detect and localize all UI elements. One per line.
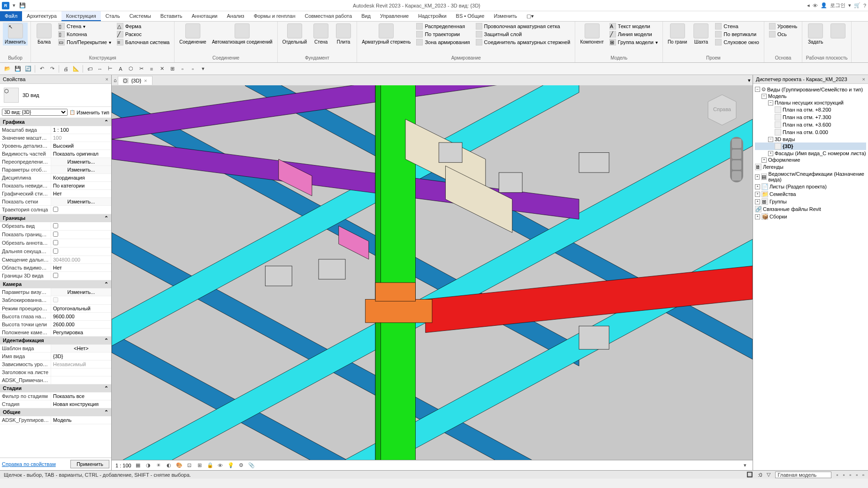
qat-close[interactable]: ✕ <box>157 64 167 74</box>
tab-steel[interactable]: Сталь <box>101 11 125 21</box>
prop-discipline[interactable]: Координация <box>51 174 111 181</box>
truss-button[interactable]: △Ферма <box>115 23 172 30</box>
qat-save[interactable]: 💾 <box>13 64 23 74</box>
node-groups[interactable]: +⊞Группы <box>755 198 866 205</box>
user-name[interactable]: 로그인 <box>830 2 845 9</box>
view-tab-home[interactable]: ⌂ <box>114 77 117 83</box>
node-families[interactable]: +📁Семейства <box>755 190 866 198</box>
qat-tag[interactable]: 🏷 <box>85 64 94 74</box>
qat-align[interactable]: ⊢ <box>106 64 115 74</box>
connection-button[interactable]: Соединение <box>177 23 208 45</box>
node-3d[interactable]: {3D} <box>755 143 866 150</box>
node-plan-0[interactable]: План на отм. 0.000 <box>755 128 866 136</box>
view-tab-3d[interactable]: ⬡ {3D} × <box>118 76 152 85</box>
nav-zoom[interactable] <box>732 160 741 170</box>
vertical-button[interactable]: По вертикали <box>713 30 761 38</box>
group-extents[interactable]: Границы⌃ <box>0 214 111 222</box>
status-sel1[interactable]: ▫ <box>836 472 838 478</box>
modelgroup-button[interactable]: ⊞Группа модели ▾ <box>608 38 660 46</box>
setwork-button[interactable]: Задать <box>805 23 826 45</box>
vc-shadow[interactable]: ◐ <box>165 462 173 469</box>
view-tab-close[interactable]: × <box>144 78 147 83</box>
prop-projection[interactable]: Ортогональный <box>51 305 111 312</box>
group-camera[interactable]: Камера⌃ <box>0 280 111 288</box>
keynote-icon[interactable]: 👁 <box>813 3 818 8</box>
prop-template[interactable]: <Нет> <box>51 345 111 352</box>
vc-sun[interactable]: ☀ <box>155 462 162 469</box>
apply-button[interactable]: Применить <box>70 460 109 468</box>
node-model[interactable]: −Модель <box>755 93 866 99</box>
prop-hidden[interactable]: По категории <box>51 182 111 189</box>
node-views[interactable]: −⊙Виды (Группирование/Семейство и тип) <box>755 86 866 93</box>
vc-constraint[interactable]: 📎 <box>248 462 255 469</box>
status-sel3[interactable]: ▫ <box>849 472 851 478</box>
cover-button[interactable]: Защитный слой <box>474 30 572 38</box>
vc-style[interactable]: ◑ <box>145 462 152 469</box>
prop-adskgroup[interactable]: Модель <box>51 416 111 424</box>
grid-button[interactable]: Ось <box>767 30 799 38</box>
qat-more2[interactable]: ▫ <box>188 64 198 74</box>
qat-more1[interactable]: ▫ <box>178 64 187 74</box>
rebar-button[interactable]: Арматурный стержень <box>360 23 412 45</box>
instance-select[interactable]: 3D вид: {3D} <box>2 109 68 116</box>
modify-button[interactable]: ↖ Изменить <box>3 23 28 45</box>
tab-massing[interactable]: Формы и генплан <box>249 11 300 21</box>
qat-section[interactable]: ✂ <box>137 64 146 74</box>
view-tabs-menu[interactable]: ▾ <box>748 77 751 83</box>
3d-canvas[interactable]: Справа <box>112 85 753 460</box>
prop-sunpath-check[interactable] <box>53 207 58 212</box>
nav-orbit[interactable] <box>732 171 741 180</box>
vc-detail[interactable]: ▦ <box>134 462 142 469</box>
modelline-button[interactable]: ╱Линия модели <box>608 30 660 38</box>
qat-dim[interactable]: ↔ <box>95 64 105 74</box>
qat-measure[interactable]: 📐 <box>71 64 81 74</box>
node-sheets[interactable]: +📄Листы (Раздел проекта) <box>755 183 866 190</box>
slab-button[interactable]: Плита <box>333 23 354 45</box>
search-icon[interactable]: ◂ <box>807 2 810 8</box>
beam-button[interactable]: Балка <box>34 23 54 45</box>
status-filter-icon[interactable]: ▽ <box>767 472 770 478</box>
qat-3d[interactable]: ⬡ <box>126 64 136 74</box>
prop-phasefilter[interactable]: Показать все <box>51 392 111 400</box>
prop-campos[interactable]: Регулировка <box>51 329 111 336</box>
column-button[interactable]: ▯Колонна <box>56 30 113 38</box>
isolated-button[interactable]: Отдельный <box>281 23 309 45</box>
tab-addins[interactable]: Надстройки <box>413 11 451 21</box>
type-selector[interactable]: ⬡ 3D вид <box>0 84 111 107</box>
tab-insert[interactable]: Вставить <box>156 11 187 21</box>
prop-grids-edit[interactable]: Изменить... <box>51 198 111 205</box>
prop-crop-check[interactable] <box>53 223 58 228</box>
prop-section-check[interactable] <box>53 273 58 278</box>
node-design[interactable]: +Оформление <box>755 157 866 163</box>
prop-scale[interactable]: 1 : 100 <box>51 126 111 134</box>
qat-dropdown-icon[interactable]: ▾ <box>10 2 18 9</box>
path-rebar-button[interactable]: По траектории <box>414 30 472 38</box>
qat-switch[interactable]: ⊞ <box>168 64 177 74</box>
edit-type-button[interactable]: 📋 Изменить тип <box>69 109 109 116</box>
group-ident[interactable]: Идентификация⌃ <box>0 337 111 345</box>
qat-print[interactable]: 🖨 <box>61 64 70 74</box>
prop-phase[interactable]: Новая конструкция <box>51 400 111 408</box>
prop-gstyle[interactable]: Нет <box>51 190 111 197</box>
prop-eye[interactable]: 9600.000 <box>51 313 111 320</box>
tab-architecture[interactable]: Архитектура <box>22 11 61 21</box>
properties-help-link[interactable]: Справка по свойствам <box>2 461 69 467</box>
shaft-button[interactable]: Шахта <box>691 23 711 45</box>
area-rebar-button[interactable]: Зона армирования <box>414 38 472 46</box>
group-common[interactable]: Общие⌃ <box>0 408 111 416</box>
prop-parts[interactable]: Показать оригинал <box>51 150 111 158</box>
opwall-button[interactable]: Стена <box>713 23 761 30</box>
node-legends[interactable]: 🗎Легенды <box>755 163 866 171</box>
status-sel4[interactable]: ▫ <box>856 472 858 478</box>
autoconnection-button[interactable]: Автоматизация соединений <box>210 23 274 45</box>
vc-scale[interactable]: 1 : 100 <box>115 463 131 468</box>
node-plan-3600[interactable]: План на отм. +3.600 <box>755 121 866 128</box>
group-phasing[interactable]: Стадии⌃ <box>0 384 111 392</box>
tab-options[interactable]: ▢▾ <box>522 11 539 21</box>
qat-dropdown[interactable]: ▾ <box>198 64 208 74</box>
fwall-button[interactable]: Стена <box>311 23 331 45</box>
status-mainmodel[interactable]: Главная модель <box>775 472 831 478</box>
status-sel2[interactable]: ▫ <box>843 472 845 478</box>
nav-bar[interactable] <box>730 137 743 182</box>
prop-scope[interactable]: Нет <box>51 264 111 271</box>
